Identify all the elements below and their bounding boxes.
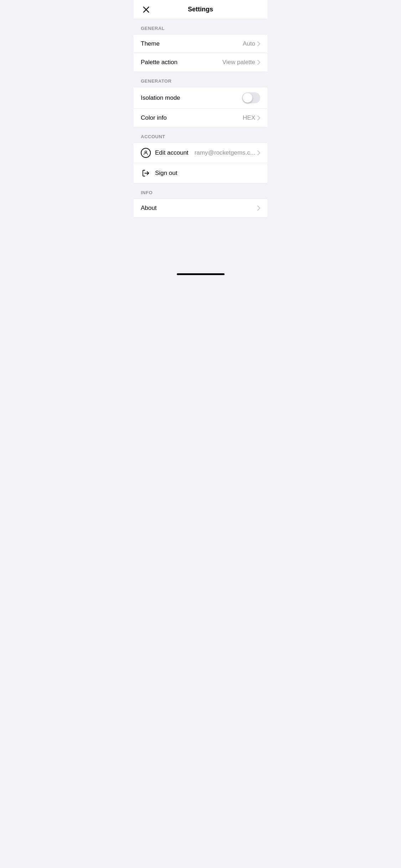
about-row[interactable]: About (134, 199, 267, 217)
theme-row[interactable]: Theme Auto (134, 35, 267, 53)
bottom-spacer (134, 218, 267, 260)
color-info-row[interactable]: Color info HEX (134, 109, 267, 127)
edit-account-row[interactable]: Edit account ramy@rocketgems.c... (134, 143, 267, 163)
close-icon (142, 6, 150, 14)
generator-settings-group: Isolation mode Color info HEX (134, 87, 267, 128)
close-button[interactable] (141, 4, 151, 15)
chevron-right-icon (257, 206, 260, 211)
account-section-label: ACCOUNT (141, 134, 165, 139)
chevron-right-icon (257, 41, 260, 46)
generator-section-label: GENERATOR (141, 78, 171, 84)
edit-account-value: ramy@rocketgems.c... (195, 149, 255, 156)
palette-action-row[interactable]: Palette action View palette (134, 53, 267, 72)
info-section-header: INFO (134, 184, 267, 198)
sign-out-row[interactable]: Sign out (134, 163, 267, 183)
info-section-label: INFO (141, 190, 153, 195)
isolation-mode-toggle[interactable] (242, 92, 260, 103)
generator-section-header: GENERATOR (134, 72, 267, 87)
about-label: About (141, 205, 156, 212)
edit-account-label: Edit account (155, 149, 189, 156)
account-section-header: ACCOUNT (134, 128, 267, 143)
theme-value: Auto (243, 40, 255, 47)
chevron-right-icon (257, 60, 260, 65)
toggle-knob (243, 93, 252, 103)
isolation-mode-row[interactable]: Isolation mode (134, 87, 267, 109)
palette-action-label: Palette action (141, 59, 178, 66)
general-section-header: GENERAL (134, 19, 267, 34)
home-indicator (177, 273, 225, 275)
info-settings-group: About (134, 198, 267, 218)
user-circle-icon (141, 148, 151, 158)
general-settings-group: Theme Auto Palette action View palette (134, 34, 267, 72)
chevron-right-icon (257, 150, 260, 155)
header: Settings (134, 0, 267, 19)
chevron-right-icon (257, 115, 260, 120)
sign-out-icon (141, 168, 151, 178)
account-settings-group: Edit account ramy@rocketgems.c... Sign o… (134, 143, 267, 184)
theme-label: Theme (141, 40, 160, 47)
sign-out-label: Sign out (155, 170, 177, 177)
palette-action-value: View palette (222, 59, 255, 66)
page-title: Settings (188, 6, 213, 13)
isolation-mode-label: Isolation mode (141, 94, 180, 102)
general-section-label: GENERAL (141, 26, 165, 31)
svg-point-2 (145, 151, 146, 153)
color-info-value: HEX (243, 114, 255, 122)
color-info-label: Color info (141, 114, 167, 122)
